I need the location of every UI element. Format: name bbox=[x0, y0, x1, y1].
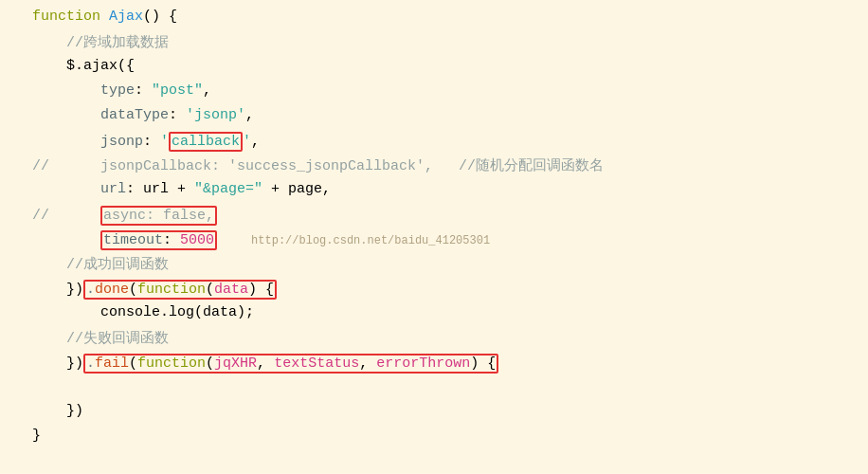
line-text: type: "post", bbox=[28, 82, 868, 99]
code-line-3: $.ajax({ bbox=[0, 57, 868, 82]
code-line-2: //跨域加载数据 bbox=[0, 32, 868, 57]
code-line-4: type: "post", bbox=[0, 82, 868, 106]
code-line-5: dataType: 'jsonp', bbox=[0, 106, 868, 131]
line-text: // async: false, bbox=[28, 206, 868, 226]
line-text: url: url + "&page=" + page, bbox=[28, 181, 868, 197]
code-line-17: }) bbox=[0, 402, 868, 427]
code-line-15: }).fail(function(jqXHR, textStatus, erro… bbox=[0, 353, 868, 377]
code-line-8: url: url + "&page=" + page, bbox=[0, 180, 868, 205]
watermark-text: http://blog.csdn.net/baidu_41205301 bbox=[251, 234, 490, 247]
highlight-fail: .fail(function(jqXHR, textStatus, errorT… bbox=[83, 354, 498, 374]
line-text bbox=[28, 378, 868, 394]
code-line-18: } bbox=[0, 427, 868, 451]
line-text: //失败回调函数 bbox=[28, 329, 868, 347]
line-text: dataType: 'jsonp', bbox=[28, 107, 868, 123]
highlight-timeout: timeout: 5000 bbox=[100, 230, 217, 250]
line-text: $.ajax({ bbox=[28, 58, 868, 74]
line-text: }).done(function(data) { bbox=[28, 280, 868, 300]
code-line-12: }).done(function(data) { bbox=[0, 279, 868, 303]
line-text: // jsonpCallback: 'success_jsonpCallback… bbox=[28, 156, 868, 174]
code-line-6: jsonp: 'callback', bbox=[0, 131, 868, 155]
code-line-10: timeout: 5000 http://blog.csdn.net/baidu… bbox=[0, 229, 868, 254]
code-line-11: //成功回调函数 bbox=[0, 254, 868, 279]
line-text: }).fail(function(jqXHR, textStatus, erro… bbox=[28, 354, 868, 374]
code-line-7: // jsonpCallback: 'success_jsonpCallback… bbox=[0, 155, 868, 180]
code-line-13: console.log(data); bbox=[0, 303, 868, 328]
line-text: timeout: 5000 http://blog.csdn.net/baidu… bbox=[28, 230, 868, 250]
line-text: //跨域加载数据 bbox=[28, 33, 868, 51]
line-text: } bbox=[28, 428, 868, 444]
line-text: console.log(data); bbox=[28, 304, 868, 320]
highlight-callback: callback bbox=[169, 132, 243, 152]
line-text: }) bbox=[28, 403, 868, 419]
code-line-16 bbox=[0, 377, 868, 402]
line-text: function Ajax() { bbox=[28, 9, 868, 25]
code-line-1: function Ajax() { bbox=[0, 8, 868, 32]
line-text: jsonp: 'callback', bbox=[28, 132, 868, 152]
highlight-async: async: false, bbox=[100, 206, 217, 226]
line-text: //成功回调函数 bbox=[28, 255, 868, 273]
code-block: function Ajax() { //跨域加载数据 $.ajax({ type… bbox=[0, 0, 868, 474]
highlight-done: .done(function(data) { bbox=[83, 280, 277, 300]
code-line-9: // async: false, bbox=[0, 205, 868, 229]
code-line-14: //失败回调函数 bbox=[0, 328, 868, 353]
